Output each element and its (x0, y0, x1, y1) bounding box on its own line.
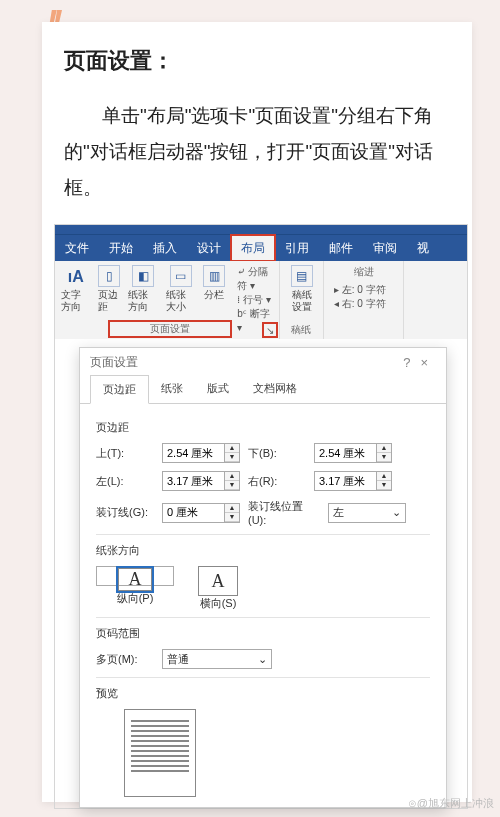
lbl-right: 右(R): (248, 474, 306, 489)
article-card: 页面设置： 单击"布局"选项卡"页面设置"分组右下角的"对话框启动器"按钮，打开… (42, 22, 472, 802)
label-gaozhi-btn: 稿纸 设置 (292, 289, 312, 313)
row-multipage: 多页(M): 普通⌄ (96, 649, 430, 669)
tab-mailings[interactable]: 邮件 (319, 235, 363, 261)
spin-right[interactable]: ▲▼ (314, 471, 392, 491)
tab-references[interactable]: 引用 (275, 235, 319, 261)
select-multipage[interactable]: 普通⌄ (162, 649, 272, 669)
word-qat (55, 225, 467, 235)
input-left[interactable] (162, 471, 224, 491)
word-ribbon-tabs: 文件 开始 插入 设计 布局 引用 邮件 审阅 视 (55, 235, 467, 261)
section-preview: 预览 (96, 686, 430, 701)
row-gutter: 装订线(G): ▲▼ 装订线位置(U): 左⌄ (96, 499, 430, 526)
gutter-pos-value: 左 (333, 505, 344, 520)
section-margins: 页边距 (96, 420, 430, 435)
row-top-bottom: 上(T): ▲▼ 下(B): ▲▼ (96, 443, 430, 463)
spin-right-btns[interactable]: ▲▼ (376, 471, 392, 491)
landscape-label: 横向(S) (200, 596, 237, 611)
text-direction-icon: ıA (65, 265, 87, 287)
select-gutter-pos[interactable]: 左⌄ (328, 503, 406, 523)
spin-top-btns[interactable]: ▲▼ (224, 443, 240, 463)
help-button[interactable]: ? (403, 355, 420, 370)
article-title: 页面设置： (64, 46, 450, 76)
page-setup-dialog: 页面设置 ?× 页边距 纸张 版式 文档网格 页边距 上(T): ▲▼ (79, 347, 447, 808)
indent-header: 缩进 (330, 265, 397, 279)
size-icon: ▭ (170, 265, 192, 287)
tab-layout[interactable]: 布局 (231, 235, 275, 261)
orientation-landscape[interactable]: A 横向(S) (198, 566, 238, 611)
row-left-right: 左(L): ▲▼ 右(R): ▲▼ (96, 471, 430, 491)
tab-view[interactable]: 视 (407, 235, 439, 261)
group-label-page-setup: 页面设置 (109, 321, 231, 337)
lbl-bottom: 下(B): (248, 446, 306, 461)
lbl-multipage: 多页(M): (96, 652, 154, 667)
chevron-down-icon: ⌄ (258, 653, 267, 666)
input-top[interactable] (162, 443, 224, 463)
section-orientation: 纸张方向 (96, 543, 430, 558)
label-columns: 分栏 (204, 289, 224, 301)
dialog-window-controls: ?× (403, 355, 438, 370)
word-ribbon: ıA 文字方向 ▯ 页边距 ◧ 纸张方向 ▭ 纸张大小 (55, 261, 467, 339)
portrait-label: 纵向(P) (117, 591, 154, 606)
btn-gaozhi[interactable]: ▤ 稿纸 设置 (286, 265, 317, 313)
spin-left-btns[interactable]: ▲▼ (224, 471, 240, 491)
indent-left-row: ▸ 左: 0 字符 (334, 283, 397, 297)
lbl-gutter-pos: 装订线位置(U): (248, 499, 320, 526)
landscape-icon: A (198, 566, 238, 596)
lbl-left: 左(L): (96, 474, 154, 489)
btn-text-direction[interactable]: ıA 文字方向 (61, 265, 90, 335)
label-text-direction: 文字方向 (61, 289, 90, 313)
dlg-tab-paper[interactable]: 纸张 (149, 375, 195, 403)
spin-bottom[interactable]: ▲▼ (314, 443, 392, 463)
dlg-tab-grid[interactable]: 文档网格 (241, 375, 309, 403)
separator-3 (96, 677, 430, 678)
gaozhi-icon: ▤ (291, 265, 313, 287)
separator-2 (96, 617, 430, 618)
spin-left[interactable]: ▲▼ (162, 471, 240, 491)
dlg-tab-margins[interactable]: 页边距 (90, 375, 149, 404)
portrait-icon: A (118, 568, 152, 591)
spin-gutter-btns[interactable]: ▲▼ (224, 503, 240, 523)
opt-breaks[interactable]: ⤶ 分隔符 ▾ (237, 265, 273, 293)
group-page-setup: ıA 文字方向 ▯ 页边距 ◧ 纸张方向 ▭ 纸张大小 (55, 261, 280, 339)
watermark: ⊙@旭东网上冲浪 (408, 796, 494, 811)
tab-design[interactable]: 设计 (187, 235, 231, 261)
close-button[interactable]: × (420, 355, 438, 370)
input-right[interactable] (314, 471, 376, 491)
opt-line-numbers[interactable]: ⁞ 行号 ▾ (237, 293, 273, 307)
separator-1 (96, 534, 430, 535)
lbl-top: 上(T): (96, 446, 154, 461)
tab-insert[interactable]: 插入 (143, 235, 187, 261)
dlg-tab-layout[interactable]: 版式 (195, 375, 241, 403)
orientation-options: A 纵向(P) A 横向(S) (96, 566, 430, 611)
group-gaozhi: ▤ 稿纸 设置 稿纸 (280, 261, 324, 339)
tab-review[interactable]: 审阅 (363, 235, 407, 261)
tab-file[interactable]: 文件 (55, 235, 99, 261)
article-body: 单击"布局"选项卡"页面设置"分组右下角的"对话框启动器"按钮，打开"页面设置"… (64, 98, 450, 206)
orientation-icon: ◧ (132, 265, 154, 287)
indent-options: ▸ 左: 0 字符 ◂ 右: 0 字符 (330, 279, 397, 311)
section-page-range: 页码范围 (96, 626, 430, 641)
dialog-launcher-page-setup[interactable]: ↘ (263, 323, 277, 337)
chevron-down-icon: ⌄ (392, 506, 401, 519)
spin-top[interactable]: ▲▼ (162, 443, 240, 463)
dialog-tabs: 页边距 纸张 版式 文档网格 (80, 375, 446, 404)
label-orientation: 纸张方向 (128, 289, 157, 313)
multipage-value: 普通 (167, 652, 189, 667)
input-bottom[interactable] (314, 443, 376, 463)
word-screenshot: 文件 开始 插入 设计 布局 引用 邮件 审阅 视 ıA 文字方向 ▯ 页边距 (54, 224, 468, 809)
margins-icon: ▯ (98, 265, 120, 287)
label-size: 纸张大小 (166, 289, 195, 313)
preview-thumbnail (124, 709, 196, 797)
group-indent: 缩进 ▸ 左: 0 字符 ◂ 右: 0 字符 (324, 261, 404, 339)
input-gutter[interactable] (162, 503, 224, 523)
dialog-title-text: 页面设置 (90, 354, 138, 371)
indent-right-row: ◂ 右: 0 字符 (334, 297, 397, 311)
orientation-portrait[interactable]: A 纵向(P) (96, 566, 174, 586)
spin-gutter[interactable]: ▲▼ (162, 503, 240, 523)
dialog-body: 页边距 上(T): ▲▼ 下(B): ▲▼ 左(L): (80, 404, 446, 807)
spin-bottom-btns[interactable]: ▲▼ (376, 443, 392, 463)
tab-home[interactable]: 开始 (99, 235, 143, 261)
group-label-gaozhi: 稿纸 (280, 323, 321, 337)
lbl-gutter: 装订线(G): (96, 505, 154, 520)
columns-icon: ▥ (203, 265, 225, 287)
